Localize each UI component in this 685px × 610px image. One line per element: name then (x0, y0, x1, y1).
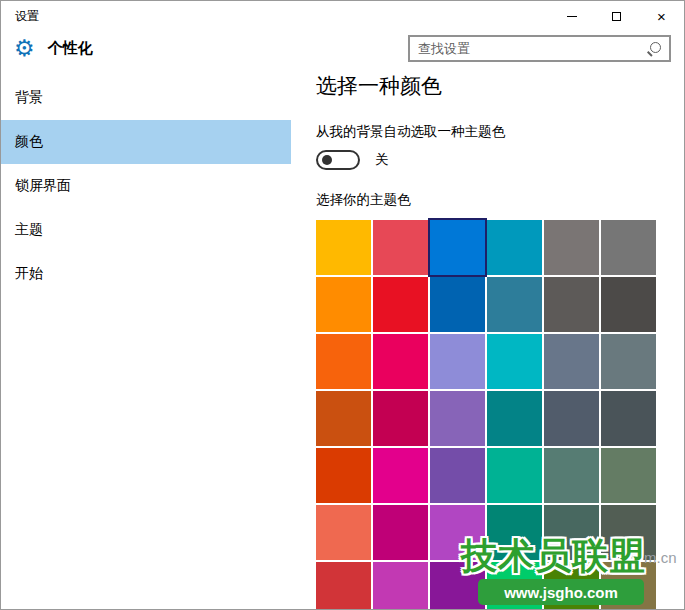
app-body: 背景 颜色 锁屏界面 主题 开始 选择一种颜色 从我的背景自动选取一种主题色 (1, 65, 684, 610)
color-swatch[interactable] (487, 220, 542, 275)
page-heading: 选择一种颜色 (316, 72, 684, 100)
auto-accent-label: 从我的背景自动选取一种主题色 (316, 123, 684, 141)
window-controls: × (549, 1, 684, 31)
color-swatch[interactable] (316, 220, 371, 275)
color-swatch[interactable] (373, 391, 428, 446)
color-swatch[interactable] (373, 505, 428, 560)
color-swatch[interactable] (430, 391, 485, 446)
minimize-icon (567, 16, 577, 17)
color-swatch[interactable] (601, 220, 656, 275)
color-swatch[interactable] (373, 448, 428, 503)
color-swatch[interactable] (316, 505, 371, 560)
close-button[interactable]: × (639, 1, 684, 31)
sidebar-item-start[interactable]: 开始 (1, 252, 291, 296)
color-swatch[interactable] (430, 334, 485, 389)
sidebar-item-label: 开始 (15, 265, 43, 283)
color-swatch[interactable] (430, 277, 485, 332)
color-swatch[interactable] (316, 391, 371, 446)
search-settings-box (408, 35, 671, 62)
maximize-icon (612, 12, 621, 21)
auto-accent-toggle-row: 关 (316, 150, 684, 170)
search-icon[interactable] (647, 42, 661, 56)
color-swatch[interactable] (487, 448, 542, 503)
watermark-brand: 技术员联盟 (461, 532, 646, 581)
color-swatch[interactable] (601, 391, 656, 446)
color-swatch[interactable] (373, 277, 428, 332)
color-swatch[interactable] (430, 448, 485, 503)
color-swatch[interactable] (544, 220, 599, 275)
minimize-button[interactable] (549, 1, 594, 31)
color-swatch[interactable] (544, 448, 599, 503)
close-icon: × (657, 9, 666, 24)
color-swatch-selected[interactable] (430, 220, 485, 275)
sidebar-item-themes[interactable]: 主题 (1, 208, 291, 252)
settings-window: 设置 × ⚙ 个性化 背景 颜色 (0, 0, 685, 610)
color-swatch[interactable] (544, 391, 599, 446)
page-header: ⚙ 个性化 (1, 31, 684, 65)
color-swatch[interactable] (544, 334, 599, 389)
color-swatch[interactable] (316, 277, 371, 332)
auto-accent-toggle[interactable] (316, 150, 360, 170)
watermark-suffix: m.cn (644, 549, 677, 566)
color-swatch[interactable] (316, 334, 371, 389)
maximize-button[interactable] (594, 1, 639, 31)
color-swatch[interactable] (601, 448, 656, 503)
sidebar-item-label: 锁屏界面 (15, 177, 71, 195)
color-swatch[interactable] (544, 277, 599, 332)
color-swatch[interactable] (487, 277, 542, 332)
page-title: 个性化 (48, 39, 93, 58)
toggle-knob (322, 155, 332, 165)
color-swatch[interactable] (601, 277, 656, 332)
color-swatch[interactable] (373, 220, 428, 275)
window-title: 设置 (15, 8, 39, 25)
sidebar-item-lockscreen[interactable]: 锁屏界面 (1, 164, 291, 208)
sidebar-item-label: 主题 (15, 221, 43, 239)
color-swatch[interactable] (487, 334, 542, 389)
color-swatch[interactable] (601, 334, 656, 389)
accent-color-label: 选择你的主题色 (316, 191, 684, 209)
color-swatch[interactable] (373, 334, 428, 389)
main-content: 选择一种颜色 从我的背景自动选取一种主题色 关 选择你的主题色 (291, 65, 684, 610)
watermark-url: www.jsgho.com (478, 579, 644, 605)
color-swatch[interactable] (316, 448, 371, 503)
sidebar-item-label: 背景 (15, 89, 43, 107)
color-swatch[interactable] (487, 391, 542, 446)
sidebar-item-label: 颜色 (15, 133, 43, 151)
search-settings-input[interactable] (418, 41, 647, 56)
color-swatch[interactable] (316, 562, 371, 610)
settings-gear-icon: ⚙ (14, 37, 35, 60)
title-bar: 设置 × (1, 1, 684, 31)
sidebar: 背景 颜色 锁屏界面 主题 开始 (1, 65, 291, 610)
toggle-state-label: 关 (375, 151, 389, 169)
sidebar-item-background[interactable]: 背景 (1, 76, 291, 120)
sidebar-item-colors[interactable]: 颜色 (1, 120, 291, 164)
color-swatch[interactable] (373, 562, 428, 610)
